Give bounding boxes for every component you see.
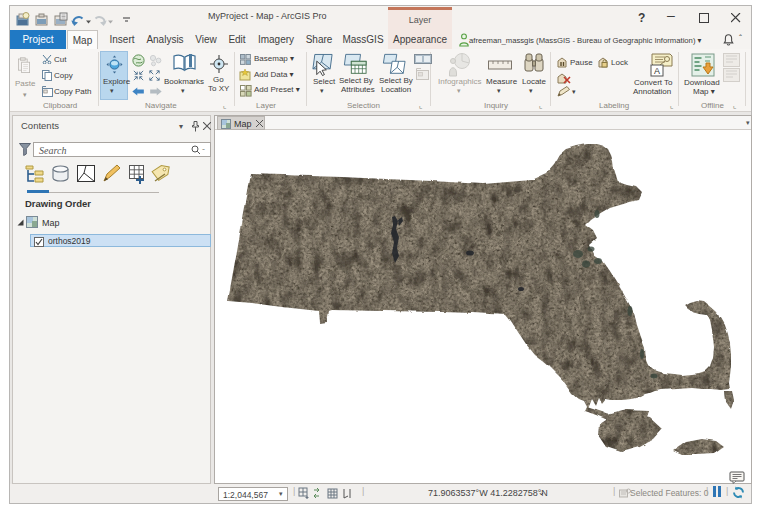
svg-text:A: A xyxy=(654,66,660,76)
